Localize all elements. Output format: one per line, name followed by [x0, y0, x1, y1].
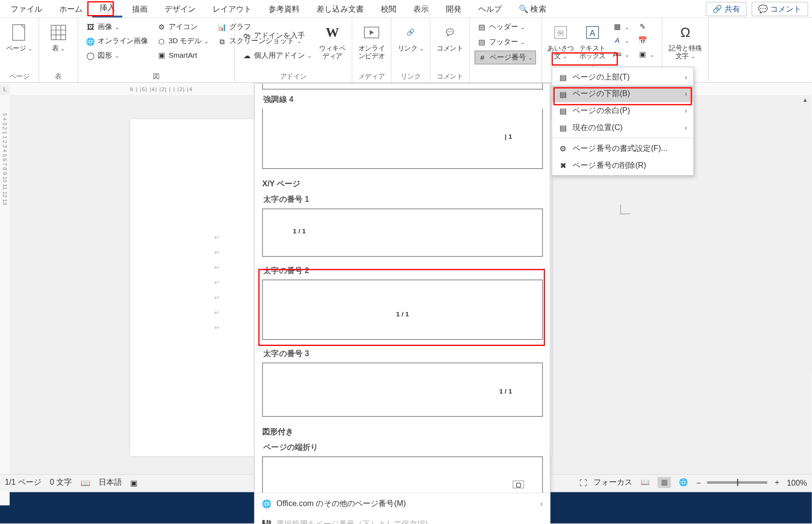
header-button[interactable]: ▤ヘッダー	[474, 20, 536, 33]
search-icon: 🔍	[519, 4, 528, 14]
paragraph-mark: ↵	[214, 309, 220, 316]
view-web-button[interactable]: 🌐	[677, 477, 690, 488]
focus-icon[interactable]: ⛶	[579, 478, 587, 487]
gallery-item-bold1[interactable]: 1 / 1	[262, 209, 542, 257]
dropdown-top-of-page[interactable]: ▤ ページの上部(T) ›	[552, 68, 693, 85]
gallery-scroll[interactable]: 強調線 4 | 1 X/Y ページ 太字の番号 1 1 / 1 太字の番号 2 …	[255, 83, 550, 492]
sig-icon: ✎	[638, 22, 647, 32]
gallery-cat-xy: X/Y ページ	[255, 175, 550, 192]
gallery-pgnum: 1 / 1	[499, 388, 512, 395]
datetime-button[interactable]: 📅	[635, 34, 657, 47]
status-focus[interactable]: フォーカス	[593, 477, 633, 488]
icons-button[interactable]: ⚙アイコン	[154, 20, 211, 33]
menu-insert[interactable]: 挿入	[92, 0, 122, 17]
menu-draw[interactable]: 描画	[125, 1, 155, 16]
zoom-in-button[interactable]: ＋	[773, 477, 781, 488]
dropdown-current-label: 現在の位置(C)	[573, 122, 623, 133]
object-button[interactable]: ▣	[635, 48, 657, 60]
page-number-gallery: 強調線 4 | 1 X/Y ページ 太字の番号 1 1 / 1 太字の番号 2 …	[254, 83, 550, 524]
header-icon: ▤	[477, 22, 487, 32]
link-label: リンク	[398, 45, 424, 52]
zoom-out-button[interactable]: −	[696, 478, 701, 487]
spellcheck-icon[interactable]: 📖	[81, 478, 90, 487]
dropdown-format-pagenum[interactable]: ⚙ ページ番号の書式設定(F)...	[552, 140, 693, 157]
dropdown-remove-pagenum[interactable]: ✖ ページ番号の削除(R)	[552, 157, 693, 174]
shapes-button[interactable]: ◯図形	[83, 49, 151, 62]
dropdown-remove-label: ページ番号の削除(R)	[573, 160, 646, 171]
link-button[interactable]: 🔗 リンク	[396, 20, 425, 71]
gallery-label-bold1: 太字の番号 1	[255, 192, 550, 208]
shapes-label: 図形	[98, 50, 112, 61]
scroll-up-icon[interactable]: ▲	[801, 96, 809, 104]
svg-rect-0	[13, 25, 25, 40]
footer-button[interactable]: ▤フッター	[474, 35, 536, 48]
page-number-dropdown: ▤ ページの上部(T) › ▤ ページの下部(B) › ▤ ページの余白(P) …	[552, 67, 694, 176]
image-button[interactable]: 🖼画像	[83, 20, 151, 33]
zoom-level[interactable]: 100%	[787, 478, 807, 487]
gallery-pgnum: 1 / 1	[396, 311, 409, 318]
page-top-icon: ▤	[558, 72, 568, 82]
signature-button[interactable]: ✎	[635, 20, 657, 33]
gallery-cat-shapes: 図形付き	[255, 423, 550, 440]
menu-developer[interactable]: 開発	[439, 1, 469, 16]
group-label-addins: アドイン	[240, 71, 347, 81]
ribbon-group-pages: ページ ページ	[0, 18, 39, 82]
menu-layout[interactable]: レイアウト	[205, 1, 259, 16]
icons-label: アイコン	[169, 22, 198, 32]
menu-design[interactable]: デザイン	[157, 1, 203, 16]
online-image-button[interactable]: 🌐オンライン画像	[83, 35, 151, 48]
menu-mailings[interactable]: 差し込み文書	[309, 1, 371, 16]
my-addins-button[interactable]: ☁個人用アドイン	[240, 49, 315, 62]
ribbon-group-comments: 💬 コメント コメント	[431, 18, 470, 82]
menu-review[interactable]: 校閲	[373, 1, 404, 16]
dropdown-bottom-label: ページの下部(B)	[573, 88, 630, 99]
dropdown-current-position[interactable]: ▤ 現在の位置(C) ›	[552, 119, 693, 136]
macro-icon[interactable]: ▣	[130, 478, 137, 487]
comment-insert-button[interactable]: 💬 コメント	[436, 20, 465, 71]
online-image-label: オンライン画像	[98, 36, 148, 46]
gallery-item-emphasis4[interactable]: | 1	[262, 109, 542, 169]
dropdown-top-label: ページの上部(T)	[573, 72, 629, 82]
share-button[interactable]: 🔗 共有	[706, 1, 746, 16]
dropcap-button[interactable]: A≡	[610, 48, 632, 60]
online-video-button[interactable]: オンラインビデオ	[357, 20, 386, 71]
gallery-item-bold3[interactable]: 1 / 1	[262, 363, 542, 417]
table-icon	[49, 23, 68, 42]
status-page[interactable]: 1/1 ページ	[5, 477, 41, 488]
view-read-button[interactable]: 📖	[639, 477, 652, 488]
dropdown-page-margins[interactable]: ▤ ページの余白(P) ›	[552, 102, 693, 119]
menu-bar: ファイル ホーム 挿入 描画 デザイン レイアウト 参考資料 差し込み文書 校閲…	[0, 0, 812, 18]
ribbon-group-tables: 表 表	[39, 18, 79, 82]
store-icon: 🛍	[242, 31, 252, 41]
get-addins-button[interactable]: 🛍アドインを入手	[240, 30, 315, 42]
table-button[interactable]: 表	[44, 20, 73, 71]
menu-file[interactable]: ファイル	[3, 1, 49, 16]
menu-search[interactable]: 🔍 検索	[511, 1, 554, 16]
wikipedia-button[interactable]: W ウィキペディア	[318, 20, 347, 71]
menu-home[interactable]: ホーム	[52, 1, 90, 16]
vertical-ruler[interactable]: 5 4 3 2 1 1 2 3 4 5 6 7 8 9 10 11 12 13	[0, 95, 10, 506]
gallery-item-bold2[interactable]: 1 / 1	[262, 280, 542, 340]
gallery-prev-cutoff	[262, 83, 542, 89]
3dmodel-button[interactable]: ⬡3D モデル	[154, 35, 211, 48]
status-words[interactable]: 0 文字	[50, 477, 72, 488]
pages-button[interactable]: ページ	[5, 20, 34, 71]
gallery-office-more[interactable]: 🌐 Office.com のその他のページ番号(M) ›	[255, 493, 550, 514]
menu-help[interactable]: ヘルプ	[471, 1, 509, 16]
textbox-label: テキストボックス	[578, 45, 607, 68]
omega-icon: Ω	[676, 23, 695, 42]
status-language[interactable]: 日本語	[99, 477, 122, 488]
dropdown-bottom-of-page[interactable]: ▤ ページの下部(B) ›	[552, 85, 693, 102]
gallery-item-shape1[interactable]: ▢	[262, 457, 542, 492]
zoom-slider[interactable]	[707, 481, 767, 484]
menu-view[interactable]: 表示	[406, 1, 436, 16]
menu-references[interactable]: 参考資料	[261, 1, 307, 16]
pagenum-icon: #	[477, 53, 487, 63]
smartart-button[interactable]: ▣SmartArt	[154, 49, 211, 62]
quickparts-button[interactable]: ▦	[610, 20, 632, 33]
page-number-button[interactable]: #ページ番号	[474, 50, 536, 65]
comment-button[interactable]: 💬 コメント	[752, 1, 809, 16]
wordart-button[interactable]: A	[610, 34, 632, 47]
view-print-button[interactable]: ▦	[658, 477, 671, 488]
save-icon: 💾	[262, 519, 271, 524]
